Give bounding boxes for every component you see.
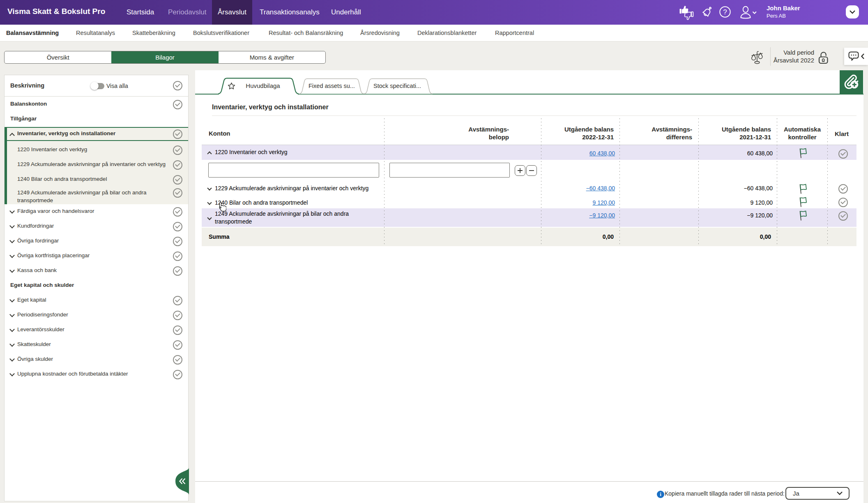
svg-text:?: ? [723, 8, 727, 16]
